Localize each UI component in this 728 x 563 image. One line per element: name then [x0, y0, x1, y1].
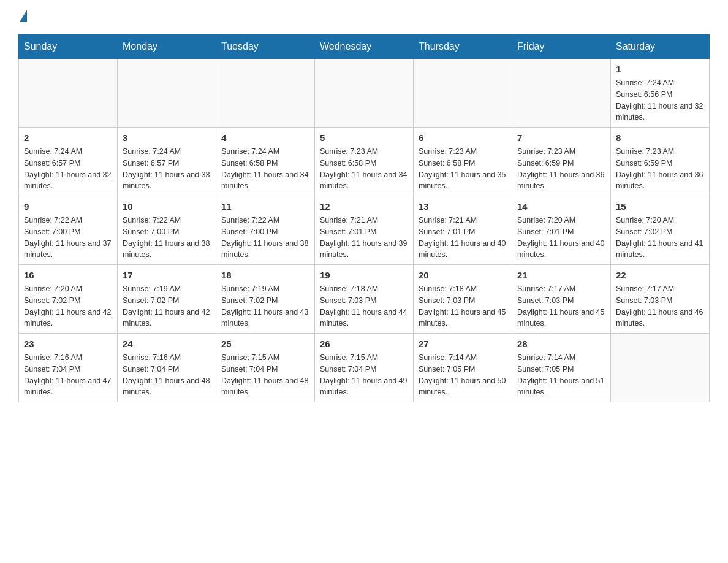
day-info: Sunrise: 7:22 AM Sunset: 7:00 PM Dayligh… [123, 215, 211, 261]
day-info: Sunrise: 7:15 AM Sunset: 7:04 PM Dayligh… [221, 352, 309, 398]
logo [18, 12, 27, 22]
calendar-cell: 23Sunrise: 7:16 AM Sunset: 7:04 PM Dayli… [19, 334, 118, 402]
day-number: 12 [320, 200, 408, 213]
calendar-cell: 25Sunrise: 7:15 AM Sunset: 7:04 PM Dayli… [216, 334, 315, 402]
day-number: 1 [616, 63, 704, 75]
day-number: 16 [24, 269, 112, 282]
calendar-cell: 18Sunrise: 7:19 AM Sunset: 7:02 PM Dayli… [216, 265, 315, 334]
weekday-header-wednesday: Wednesday [315, 35, 414, 59]
day-number: 5 [320, 131, 408, 144]
day-info: Sunrise: 7:24 AM Sunset: 6:57 PM Dayligh… [24, 146, 112, 192]
day-number: 7 [517, 131, 605, 144]
calendar-cell: 19Sunrise: 7:18 AM Sunset: 7:03 PM Dayli… [315, 265, 414, 334]
day-number: 22 [616, 269, 704, 282]
day-info: Sunrise: 7:20 AM Sunset: 7:02 PM Dayligh… [616, 215, 704, 261]
calendar-cell: 26Sunrise: 7:15 AM Sunset: 7:04 PM Dayli… [315, 334, 414, 402]
day-number: 23 [24, 337, 112, 350]
day-info: Sunrise: 7:14 AM Sunset: 7:05 PM Dayligh… [517, 352, 605, 398]
weekday-header-monday: Monday [118, 35, 216, 59]
calendar-cell: 21Sunrise: 7:17 AM Sunset: 7:03 PM Dayli… [512, 265, 611, 334]
day-number: 26 [320, 337, 408, 350]
day-number: 13 [419, 200, 507, 213]
day-info: Sunrise: 7:23 AM Sunset: 6:58 PM Dayligh… [419, 146, 507, 192]
day-info: Sunrise: 7:24 AM Sunset: 6:56 PM Dayligh… [616, 77, 704, 123]
week-row-5: 23Sunrise: 7:16 AM Sunset: 7:04 PM Dayli… [19, 334, 710, 402]
calendar-table: SundayMondayTuesdayWednesdayThursdayFrid… [18, 34, 710, 402]
day-number: 21 [517, 269, 605, 282]
weekday-header-tuesday: Tuesday [216, 35, 315, 59]
day-info: Sunrise: 7:22 AM Sunset: 7:00 PM Dayligh… [221, 215, 309, 261]
day-number: 3 [123, 131, 211, 144]
day-info: Sunrise: 7:24 AM Sunset: 6:58 PM Dayligh… [221, 146, 309, 192]
day-info: Sunrise: 7:19 AM Sunset: 7:02 PM Dayligh… [123, 283, 211, 329]
day-info: Sunrise: 7:23 AM Sunset: 6:59 PM Dayligh… [616, 146, 704, 192]
day-number: 4 [221, 131, 309, 144]
day-info: Sunrise: 7:24 AM Sunset: 6:57 PM Dayligh… [123, 146, 211, 192]
calendar-cell: 3Sunrise: 7:24 AM Sunset: 6:57 PM Daylig… [118, 128, 216, 196]
week-row-3: 9Sunrise: 7:22 AM Sunset: 7:00 PM Daylig… [19, 196, 710, 265]
day-info: Sunrise: 7:16 AM Sunset: 7:04 PM Dayligh… [24, 352, 112, 398]
calendar-cell: 4Sunrise: 7:24 AM Sunset: 6:58 PM Daylig… [216, 128, 315, 196]
day-number: 20 [419, 269, 507, 282]
day-number: 14 [517, 200, 605, 213]
calendar-cell: 17Sunrise: 7:19 AM Sunset: 7:02 PM Dayli… [118, 265, 216, 334]
calendar-cell: 2Sunrise: 7:24 AM Sunset: 6:57 PM Daylig… [19, 128, 118, 196]
calendar-cell: 13Sunrise: 7:21 AM Sunset: 7:01 PM Dayli… [414, 196, 512, 265]
day-info: Sunrise: 7:21 AM Sunset: 7:01 PM Dayligh… [320, 215, 408, 261]
calendar-cell [414, 59, 512, 128]
day-number: 11 [221, 200, 309, 213]
day-info: Sunrise: 7:18 AM Sunset: 7:03 PM Dayligh… [320, 283, 408, 329]
calendar-cell: 20Sunrise: 7:18 AM Sunset: 7:03 PM Dayli… [414, 265, 512, 334]
day-info: Sunrise: 7:15 AM Sunset: 7:04 PM Dayligh… [320, 352, 408, 398]
calendar-cell [611, 334, 710, 402]
calendar-cell: 24Sunrise: 7:16 AM Sunset: 7:04 PM Dayli… [118, 334, 216, 402]
calendar-cell [118, 59, 216, 128]
day-number: 10 [123, 200, 211, 213]
day-number: 15 [616, 200, 704, 213]
calendar-cell: 27Sunrise: 7:14 AM Sunset: 7:05 PM Dayli… [414, 334, 512, 402]
weekday-header-friday: Friday [512, 35, 611, 59]
logo-triangle-icon [20, 10, 27, 22]
day-number: 18 [221, 269, 309, 282]
day-info: Sunrise: 7:16 AM Sunset: 7:04 PM Dayligh… [123, 352, 211, 398]
day-info: Sunrise: 7:23 AM Sunset: 6:58 PM Dayligh… [320, 146, 408, 192]
week-row-1: 1Sunrise: 7:24 AM Sunset: 6:56 PM Daylig… [19, 59, 710, 128]
day-number: 2 [24, 131, 112, 144]
day-number: 8 [616, 131, 704, 144]
day-info: Sunrise: 7:23 AM Sunset: 6:59 PM Dayligh… [517, 146, 605, 192]
calendar-cell: 6Sunrise: 7:23 AM Sunset: 6:58 PM Daylig… [414, 128, 512, 196]
week-row-2: 2Sunrise: 7:24 AM Sunset: 6:57 PM Daylig… [19, 128, 710, 196]
calendar-cell: 16Sunrise: 7:20 AM Sunset: 7:02 PM Dayli… [19, 265, 118, 334]
calendar-cell: 22Sunrise: 7:17 AM Sunset: 7:03 PM Dayli… [611, 265, 710, 334]
weekday-header-row: SundayMondayTuesdayWednesdayThursdayFrid… [19, 35, 710, 59]
calendar-cell: 10Sunrise: 7:22 AM Sunset: 7:00 PM Dayli… [118, 196, 216, 265]
day-info: Sunrise: 7:18 AM Sunset: 7:03 PM Dayligh… [419, 283, 507, 329]
day-info: Sunrise: 7:17 AM Sunset: 7:03 PM Dayligh… [517, 283, 605, 329]
day-number: 17 [123, 269, 211, 282]
day-number: 19 [320, 269, 408, 282]
calendar-cell: 11Sunrise: 7:22 AM Sunset: 7:00 PM Dayli… [216, 196, 315, 265]
day-info: Sunrise: 7:20 AM Sunset: 7:01 PM Dayligh… [517, 215, 605, 261]
calendar-cell: 7Sunrise: 7:23 AM Sunset: 6:59 PM Daylig… [512, 128, 611, 196]
day-info: Sunrise: 7:21 AM Sunset: 7:01 PM Dayligh… [419, 215, 507, 261]
calendar-cell: 9Sunrise: 7:22 AM Sunset: 7:00 PM Daylig… [19, 196, 118, 265]
calendar-cell [19, 59, 118, 128]
day-number: 9 [24, 200, 112, 213]
weekday-header-thursday: Thursday [414, 35, 512, 59]
day-info: Sunrise: 7:20 AM Sunset: 7:02 PM Dayligh… [24, 283, 112, 329]
day-info: Sunrise: 7:19 AM Sunset: 7:02 PM Dayligh… [221, 283, 309, 329]
day-number: 28 [517, 337, 605, 350]
day-info: Sunrise: 7:14 AM Sunset: 7:05 PM Dayligh… [419, 352, 507, 398]
day-number: 24 [123, 337, 211, 350]
day-number: 6 [419, 131, 507, 144]
calendar-cell [216, 59, 315, 128]
page-header [18, 12, 710, 22]
day-number: 27 [419, 337, 507, 350]
calendar-cell: 8Sunrise: 7:23 AM Sunset: 6:59 PM Daylig… [611, 128, 710, 196]
weekday-header-saturday: Saturday [611, 35, 710, 59]
calendar-cell [315, 59, 414, 128]
calendar-cell: 12Sunrise: 7:21 AM Sunset: 7:01 PM Dayli… [315, 196, 414, 265]
calendar-cell [512, 59, 611, 128]
calendar-cell: 1Sunrise: 7:24 AM Sunset: 6:56 PM Daylig… [611, 59, 710, 128]
calendar-cell: 5Sunrise: 7:23 AM Sunset: 6:58 PM Daylig… [315, 128, 414, 196]
